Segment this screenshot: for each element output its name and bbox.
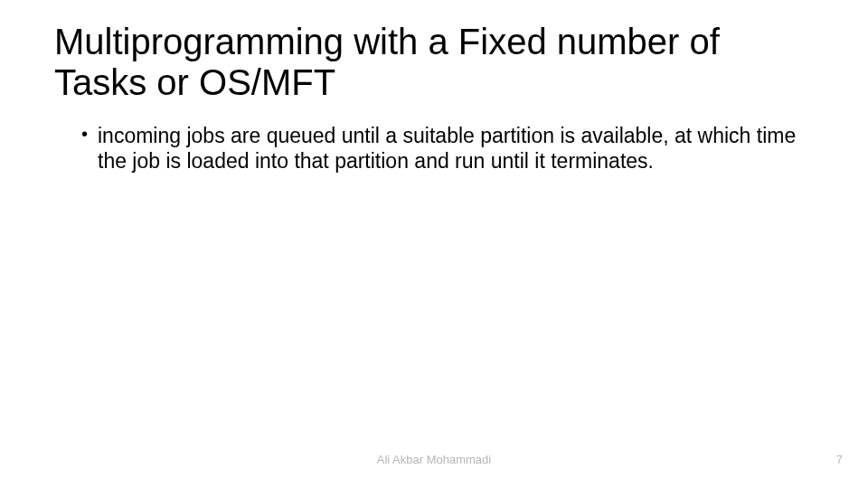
slide-title: Multiprogramming with a Fixed number of … xyxy=(54,22,814,103)
bullet-list: incoming jobs are queued until a suitabl… xyxy=(54,123,814,174)
footer-page-number: 7 xyxy=(836,453,843,466)
footer-author: Ali Akbar Mohammadi xyxy=(0,453,868,466)
slide: Multiprogramming with a Fixed number of … xyxy=(0,0,868,488)
bullet-item: incoming jobs are queued until a suitabl… xyxy=(81,123,814,174)
